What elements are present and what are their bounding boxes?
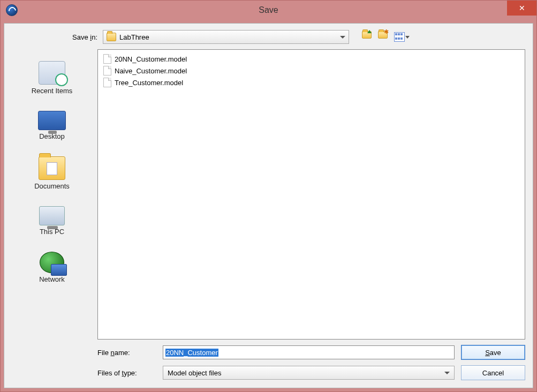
chevron-down-icon [340,36,345,39]
place-desktop[interactable]: Desktop [12,111,92,140]
save-button[interactable]: Save [461,345,525,360]
place-network[interactable]: Network [12,252,92,283]
filename-row: File name: 20NN_Customer Save [97,345,525,360]
close-icon: ✕ [519,4,525,12]
file-icon [103,66,111,76]
place-label: Network [12,275,92,283]
save-in-dropdown[interactable]: LabThree [103,30,349,44]
filename-label: File name: [97,349,156,357]
filetype-row: Files of type: Model object files Cancel [97,365,525,380]
cancel-button[interactable]: Cancel [461,365,525,380]
chevron-down-icon [444,372,450,374]
titlebar: Save ✕ [1,1,536,20]
thispc-icon [39,206,65,225]
up-one-level-icon[interactable] [362,31,374,43]
file-item[interactable]: 20NN_Customer.model [103,53,519,65]
new-folder-icon[interactable] [378,31,390,43]
window-title: Save [1,5,536,15]
file-item[interactable]: Naive_Customer.model [103,65,519,77]
close-button[interactable]: ✕ [507,1,536,16]
file-icon [103,54,111,64]
folder-icon [107,33,116,41]
view-menu-icon[interactable] [394,32,405,42]
file-name: 20NN_Customer.model [115,55,187,63]
app-icon [6,4,18,16]
filetype-dropdown[interactable]: Model object files [163,366,455,380]
network-icon [40,252,64,273]
place-thispc[interactable]: This PC [12,206,92,236]
toolbar-icons [362,31,405,43]
recent-icon [39,61,65,85]
desktop-icon [38,111,66,130]
save-in-value: LabThree [119,33,149,41]
documents-icon [39,156,65,180]
bottom-rows: File name: 20NN_Customer Save Files of t… [97,345,525,380]
place-documents[interactable]: Documents [12,156,92,190]
file-name: Tree_Customer.model [115,79,183,87]
filename-value: 20NN_Customer [165,349,218,357]
file-list[interactable]: 20NN_Customer.modelNaive_Customer.modelT… [97,49,525,340]
chevron-down-icon [405,36,410,39]
save-dialog-window: Save ✕ Save in: LabThree [0,0,537,392]
client-area: Save in: LabThree Recent ItemsDesktopDoc… [4,23,533,388]
filename-input[interactable]: 20NN_Customer [163,345,455,359]
body-row: Recent ItemsDesktopDocumentsThis PCNetwo… [12,49,525,380]
places-bar: Recent ItemsDesktopDocumentsThis PCNetwo… [12,49,92,380]
file-icon [103,78,111,87]
filetype-value: Model object files [168,369,221,377]
place-label: Documents [12,182,92,190]
place-label: Recent Items [12,87,92,95]
save-in-label: Save in: [49,33,97,41]
place-recent[interactable]: Recent Items [12,61,92,95]
file-name: Naive_Customer.model [115,67,187,75]
save-in-row: Save in: LabThree [12,30,525,44]
file-item[interactable]: Tree_Customer.model [103,77,519,88]
filetype-label: Files of type: [97,369,156,377]
right-column: 20NN_Customer.modelNaive_Customer.modelT… [97,49,525,380]
